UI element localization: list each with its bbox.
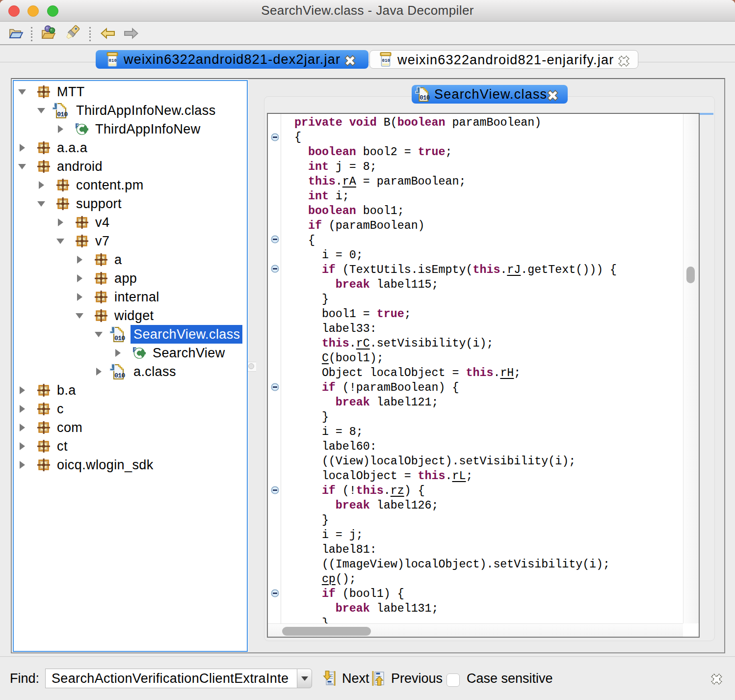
svg-text:010: 010: [382, 58, 390, 63]
svg-text:010: 010: [109, 58, 117, 63]
svg-text:010: 010: [420, 94, 429, 102]
